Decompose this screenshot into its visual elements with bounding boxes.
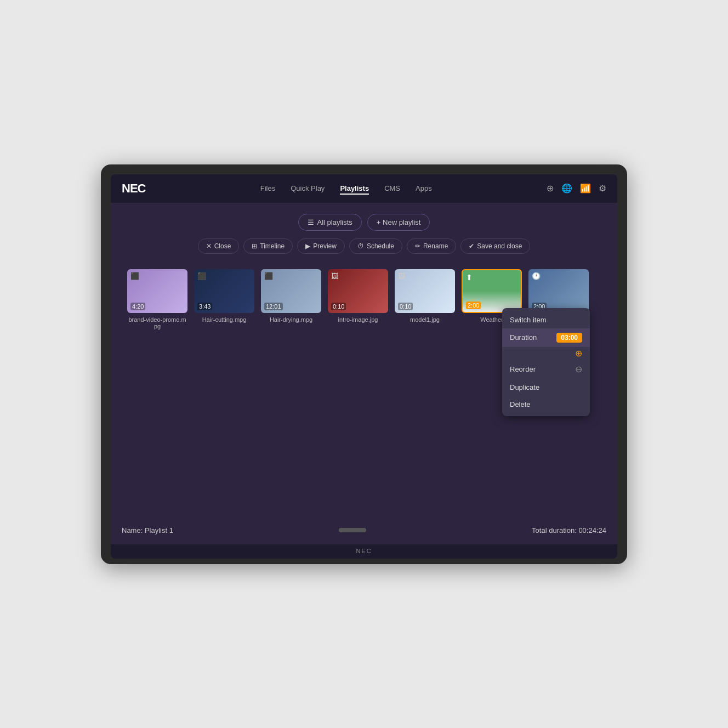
media-item-3: ⬛ 12:01 Hair-drying.mpg (261, 269, 321, 323)
ctx-duplicate-label: Duplicate (510, 383, 539, 391)
media-item-1: ⬛ 4:20 brand-video-promo.mpg (127, 269, 187, 329)
media-thumb-6[interactable]: ⬆ 2:00 (462, 269, 522, 313)
preview-icon: ▶ (305, 242, 310, 250)
rename-icon: ✏ (415, 242, 420, 250)
ctx-delete-label: Delete (510, 400, 531, 408)
screen-bottom-label: NEC (111, 544, 617, 559)
settings-icon[interactable]: ⚙ (599, 183, 606, 194)
video-icon-1: ⬛ (130, 272, 139, 280)
globe-icon[interactable]: 🌐 (561, 183, 572, 194)
bottom-bar: Name: Playlist 1 Total duration: 00:24:2… (111, 521, 617, 540)
media-label-3: Hair-drying.mpg (270, 316, 312, 323)
playlist-name: Name: Playlist 1 (122, 526, 173, 534)
screen: NEC Files Quick Play Playlists CMS Apps … (111, 174, 617, 559)
weather-icon: ⬆ (466, 273, 473, 282)
nav-cms[interactable]: CMS (384, 182, 400, 195)
ctx-reorder-label: Reorder (510, 365, 536, 373)
list-icon: ☰ (308, 218, 314, 226)
minus-icon[interactable]: ⊖ (575, 364, 582, 374)
nav-links: Files Quick Play Playlists CMS Apps (260, 182, 432, 195)
main-content: ☰ All playlists + New playlist ✕ Close ⊞… (111, 203, 617, 510)
top-icons: ⊕ 🌐 📶 ⚙ (547, 183, 606, 194)
logo: NEC (122, 181, 145, 196)
save-close-button[interactable]: ✔ Save and close (460, 238, 530, 254)
close-button[interactable]: ✕ Close (198, 238, 240, 254)
timeline-button[interactable]: ⊞ Timeline (243, 238, 293, 254)
wifi-icon[interactable]: 📶 (580, 183, 591, 194)
ctx-plus: ⊕ (502, 347, 590, 360)
clock-icon: 🕐 (532, 272, 541, 280)
media-item-4: 🖼 0:10 intro-image.jpg (328, 269, 388, 323)
nav-apps[interactable]: Apps (416, 182, 432, 195)
media-label-6: Weather (480, 316, 503, 323)
schedule-icon: ⏱ (357, 242, 364, 250)
media-time-1: 4:20 (130, 303, 145, 310)
media-thumb-5[interactable]: 🖼 0:10 (395, 269, 455, 313)
scrollbar-thumb[interactable] (339, 528, 366, 532)
close-icon: ✕ (206, 242, 212, 250)
media-time-2: 3:43 (197, 303, 212, 310)
ctx-delete[interactable]: Delete (502, 396, 590, 413)
ctx-duration-value[interactable]: 03:00 (556, 333, 582, 343)
media-label-5: model1.jpg (410, 316, 440, 323)
top-bar: NEC Files Quick Play Playlists CMS Apps … (111, 174, 617, 203)
ctx-switch-label: Switch item (510, 316, 546, 324)
media-item-5: 🖼 0:10 model1.jpg (395, 269, 455, 323)
media-time-6: 2:00 (466, 302, 481, 309)
media-thumb-1[interactable]: ⬛ 4:20 (127, 269, 187, 313)
media-time-3: 12:01 (264, 303, 283, 310)
media-time-5: 0:10 (398, 303, 413, 310)
all-playlists-button[interactable]: ☰ All playlists (298, 214, 362, 231)
timeline-icon: ⊞ (252, 242, 257, 250)
schedule-button[interactable]: ⏱ Schedule (349, 238, 402, 254)
new-playlist-button[interactable]: + New playlist (367, 214, 430, 231)
ctx-duplicate[interactable]: Duplicate (502, 379, 590, 396)
ctx-reorder[interactable]: Reorder ⊖ (502, 360, 590, 379)
video-icon-2: ⬛ (197, 272, 206, 280)
nav-files[interactable]: Files (260, 182, 275, 195)
toolbar-row2: ✕ Close ⊞ Timeline ▶ Preview ⏱ Schedule … (127, 238, 601, 254)
save-icon: ✔ (469, 242, 474, 250)
media-label-1: brand-video-promo.mpg (127, 316, 187, 329)
media-label-4: intro-image.jpg (338, 316, 378, 323)
media-thumb-7[interactable]: 🕐 2:00 (528, 269, 589, 313)
video-icon-3: ⬛ (264, 272, 273, 280)
nav-playlists[interactable]: Playlists (340, 182, 369, 195)
ctx-switch-item[interactable]: Switch item (502, 311, 590, 328)
ctx-duration-label: Duration (510, 333, 537, 342)
ctx-duration[interactable]: Duration 03:00 (502, 328, 590, 347)
nav-quickplay[interactable]: Quick Play (291, 182, 325, 195)
media-item-2: ⬛ 3:43 Hair-cutting.mpg (194, 269, 254, 323)
media-thumb-3[interactable]: ⬛ 12:01 (261, 269, 321, 313)
media-thumb-2[interactable]: ⬛ 3:43 (194, 269, 254, 313)
plus-icon[interactable]: ⊕ (575, 348, 582, 359)
monitor: NEC Files Quick Play Playlists CMS Apps … (101, 164, 627, 564)
media-thumb-4[interactable]: 🖼 0:10 (328, 269, 388, 313)
preview-button[interactable]: ▶ Preview (297, 238, 345, 254)
total-duration: Total duration: 00:24:24 (532, 526, 606, 534)
rename-button[interactable]: ✏ Rename (407, 238, 456, 254)
toolbar-row1: ☰ All playlists + New playlist (127, 214, 601, 231)
context-menu: Switch item Duration 03:00 ⊕ Reorder ⊖ D… (502, 308, 590, 416)
media-time-4: 0:10 (331, 303, 346, 310)
media-label-2: Hair-cutting.mpg (202, 316, 247, 323)
image-icon-4: 🖼 (331, 272, 338, 280)
image-icon-5: 🖼 (398, 272, 405, 280)
add-icon[interactable]: ⊕ (547, 183, 554, 194)
